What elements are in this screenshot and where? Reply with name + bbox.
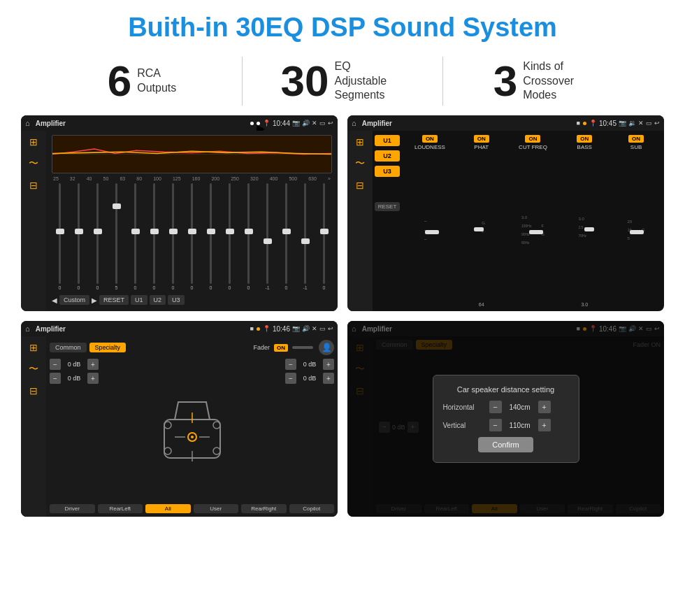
amp-u3-btn[interactable]: U3 [375, 166, 400, 177]
screens-grid: ⌂ Amplifier ▶ 📍 10:44 📷 🔊 ✕ ▭ ↩ ⊞ 〜 ⊟ [0, 115, 685, 517]
eq-slider-9[interactable]: 0 [203, 183, 219, 290]
amp-vol-down-icon[interactable]: ⊟ [356, 180, 364, 191]
amp-screen-content: ⊞ 〜 ⊟ U1 U2 U3 RESET ON LOUDNESS [347, 131, 664, 311]
amp-reset-btn[interactable]: RESET [375, 202, 400, 211]
db-plus-4[interactable]: + [323, 373, 334, 384]
eq-slider-7[interactable]: 0 [165, 183, 181, 290]
cross-rearright-btn[interactable]: RearRight [241, 504, 287, 513]
eq-slider-3[interactable]: 0 [89, 183, 106, 290]
stats-row: 6 RCAOutputs 30 EQ AdjustableSegments 3 … [0, 50, 685, 115]
eq-slider-6[interactable]: 0 [146, 183, 162, 290]
cross-rearleft-btn[interactable]: RearLeft [98, 504, 143, 513]
svg-point-7 [213, 447, 220, 454]
cross-gps-icon: 📍 [263, 325, 271, 332]
eq-slider-5[interactable]: 0 [127, 183, 143, 290]
vol-down-icon[interactable]: ⊟ [29, 180, 38, 191]
dialog-horizontal-plus[interactable]: + [538, 401, 551, 413]
tab-specialty[interactable]: Specialty [89, 343, 127, 352]
amp-presets-panel: U1 U2 U3 RESET [373, 131, 402, 311]
eq-slider-4[interactable]: 5 [108, 183, 124, 290]
db-minus-1[interactable]: − [50, 359, 61, 370]
profile-icon[interactable]: 👤 [319, 340, 334, 355]
sub-on[interactable]: ON [628, 135, 644, 143]
phat-on[interactable]: ON [474, 135, 489, 143]
home-icon[interactable]: ⌂ [25, 119, 30, 127]
eq-dot2: ▶ [257, 122, 260, 125]
cross-vol-down-icon[interactable]: ⊟ [29, 385, 38, 396]
eq-u1-btn[interactable]: U1 [131, 295, 147, 305]
db-plus-2[interactable]: + [87, 373, 99, 384]
eq-slider-10[interactable]: 0 [222, 183, 238, 290]
cross-status-icons: 📍 10:46 📷 🔊 ✕ ▭ ↩ [263, 325, 333, 333]
eq-slider-8[interactable]: 0 [184, 183, 200, 290]
amp-eq-icon[interactable]: ⊞ [356, 136, 364, 148]
eq-slider-11[interactable]: 0 [240, 183, 257, 290]
amp-u1-btn[interactable]: U1 [375, 135, 400, 146]
eq-slider-1[interactable]: 0 [52, 183, 68, 290]
eq-next-arrow[interactable]: ▶ [92, 296, 97, 304]
stat-number-rca: 6 [108, 59, 131, 103]
dialog-vertical-plus[interactable]: + [538, 419, 551, 431]
cross-home-icon[interactable]: ⌂ [25, 324, 30, 333]
confirm-button[interactable]: Confirm [478, 437, 533, 452]
cross-all-btn[interactable]: All [145, 504, 191, 513]
dialog-horizontal-val: 140cm [505, 403, 535, 411]
db-val-3: 0 dB [298, 361, 321, 368]
db-plus-1[interactable]: + [87, 359, 99, 370]
cross-dot2 [257, 327, 260, 331]
dialog-vertical-minus[interactable]: − [489, 419, 502, 431]
bass-on[interactable]: ON [577, 135, 592, 143]
cross-driver-btn[interactable]: Driver [50, 504, 95, 513]
db-minus-2[interactable]: − [50, 373, 61, 384]
fader-on[interactable]: ON [274, 344, 288, 352]
fader-row: Fader ON [253, 344, 313, 352]
amp-wave-icon[interactable]: 〜 [355, 157, 365, 170]
close-icon: ✕ [312, 120, 317, 127]
db-row-4: − 0 dB + [285, 373, 334, 384]
wave-icon[interactable]: 〜 [29, 157, 38, 170]
eq-slider-15[interactable]: 0 [316, 183, 332, 290]
cross-eq-icon[interactable]: ⊞ [29, 342, 38, 353]
cutfreq-on[interactable]: ON [525, 135, 540, 143]
page-title: Buith-in 30EQ DSP Sound System [0, 0, 685, 50]
cross-copilot-btn[interactable]: Copilot [289, 504, 335, 513]
eq-prev-arrow[interactable]: ◀ [52, 296, 57, 304]
cutfreq-col: ON CUT FREQ 3.0 100Hz 90Hz 80Hz [510, 135, 557, 307]
db-minus-4[interactable]: − [285, 373, 296, 384]
fader-slider[interactable] [292, 346, 313, 349]
eq-status-icons: 📍 10:44 📷 🔊 ✕ ▭ ↩ [263, 120, 333, 127]
eq-slider-12[interactable]: -1 [259, 183, 275, 290]
eq-slider-13[interactable]: 0 [278, 183, 294, 290]
cross-side-icons: ⊞ 〜 ⊟ [21, 336, 46, 517]
freq-125: 125 [173, 176, 181, 181]
eq-u2-btn[interactable]: U2 [150, 295, 166, 305]
db-plus-3[interactable]: + [323, 359, 334, 370]
eq-slider-2[interactable]: 0 [71, 183, 87, 290]
eq-icon[interactable]: ⊞ [29, 136, 38, 148]
freq-320: 320 [250, 176, 259, 181]
dialog-horizontal-minus[interactable]: − [489, 401, 502, 413]
dialog-horizontal-label: Horizontal [443, 403, 485, 411]
cross-wave-icon[interactable]: 〜 [29, 363, 38, 375]
eq-reset-btn[interactable]: RESET [99, 295, 129, 305]
amp-time: 10:45 [599, 120, 616, 127]
tab-common[interactable]: Common [50, 343, 87, 352]
freq-400: 400 [270, 176, 278, 181]
loudness-on[interactable]: ON [422, 135, 438, 143]
eq-custom-btn[interactable]: Custom [59, 295, 89, 305]
dialog-vertical-ctrl: − 110cm + [489, 419, 551, 431]
svg-point-6 [213, 422, 220, 429]
eq-u3-btn[interactable]: U3 [168, 295, 185, 305]
amp-home-icon[interactable]: ⌂ [352, 119, 356, 127]
cross-user-btn[interactable]: User [194, 504, 239, 513]
freq-200: 200 [211, 176, 219, 181]
expand-icon[interactable]: » [328, 176, 331, 181]
crossover-screen-card: ⌂ Amplifier ■ 📍 10:46 📷 🔊 ✕ ▭ ↩ ⊞ 〜 ⊟ [21, 321, 338, 517]
cutfreq-label: CUT FREQ [519, 144, 547, 150]
car-diagram-svg [147, 385, 238, 475]
svg-point-4 [164, 422, 171, 429]
amp-u2-btn[interactable]: U2 [375, 150, 400, 162]
stat-number-crossover: 3 [493, 59, 517, 103]
db-minus-3[interactable]: − [285, 359, 296, 370]
eq-slider-14[interactable]: -1 [297, 183, 313, 290]
